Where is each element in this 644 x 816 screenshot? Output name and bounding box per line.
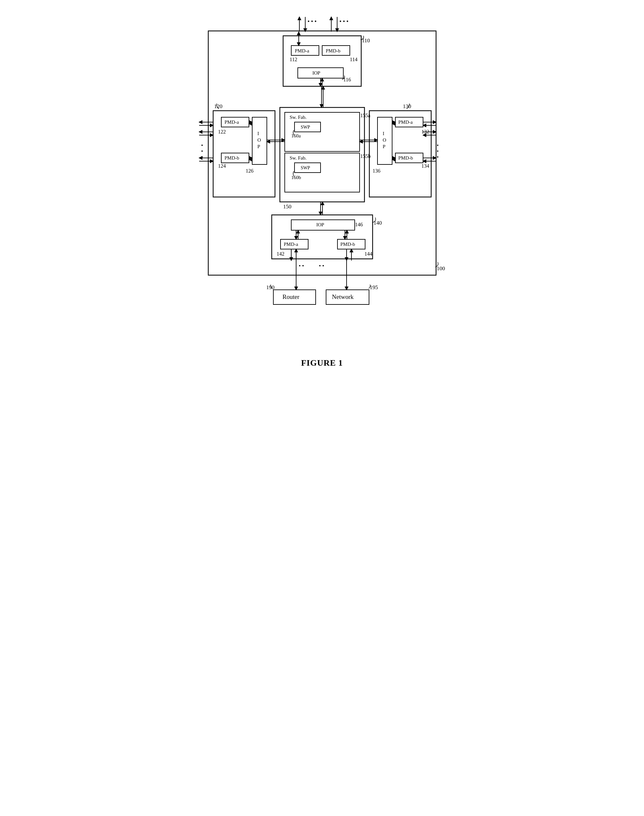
- main-diagram-svg: 100 110 PMD-a 112 PMD-b 114 IOP 116 • • …: [195, 13, 449, 332]
- swp-b-label: SWP: [301, 165, 310, 170]
- label-155a: 155a: [360, 113, 370, 118]
- right-dots2: •: [437, 148, 439, 154]
- diagram-container: 100 110 PMD-a 112 PMD-b 114 IOP 116 • • …: [195, 13, 449, 368]
- label-126: 126: [246, 168, 253, 174]
- label-122: 122: [218, 129, 226, 134]
- label-124: 124: [218, 163, 226, 169]
- right-dots3: •: [437, 154, 439, 160]
- label-100: 100: [437, 265, 445, 272]
- top-iop-box: [298, 68, 343, 78]
- label-140: 140: [374, 220, 382, 226]
- label-112: 112: [290, 57, 297, 62]
- right-iop-o: O: [383, 137, 386, 143]
- center-module-150: [280, 108, 365, 202]
- label-144: 144: [365, 251, 372, 257]
- label-195: 195: [370, 284, 378, 290]
- swp-a-label: SWP: [301, 125, 310, 130]
- router-label: Router: [282, 294, 299, 300]
- left-module-120: [213, 111, 275, 197]
- label-160a: 160a: [291, 133, 301, 138]
- sw-fab-a-label: Sw. Fab.: [290, 115, 307, 120]
- label-134: 134: [422, 163, 429, 169]
- figure-caption: FIGURE 1: [195, 358, 449, 368]
- label-190: 190: [266, 284, 274, 290]
- label-114: 114: [350, 57, 357, 62]
- left-dots2: •: [201, 148, 203, 154]
- left-iop-o: O: [258, 137, 261, 143]
- label-146: 146: [355, 222, 363, 227]
- right-dots: •: [437, 142, 439, 149]
- right-pmd-b-label: PMD-b: [398, 155, 413, 161]
- top-iop-label: IOP: [313, 70, 320, 75]
- bot-dots-2: • •: [319, 263, 324, 269]
- left-iop-i: I: [258, 131, 259, 136]
- bottom-pmd-a-label: PMD-a: [284, 241, 298, 247]
- top-pmd-b-label: PMD-b: [326, 48, 340, 54]
- right-iop-p: P: [383, 144, 385, 149]
- label-150: 150: [283, 203, 291, 210]
- left-dots: •: [201, 142, 203, 149]
- label-160b: 160b: [291, 175, 301, 180]
- sw-fab-b-label: Sw. Fab.: [290, 155, 307, 161]
- top-dots-1: • • •: [308, 18, 317, 25]
- top-pmd-a-label: PMD-a: [295, 48, 310, 54]
- bottom-iop-label: IOP: [316, 222, 324, 227]
- label-136: 136: [373, 168, 380, 174]
- right-iop-i: I: [383, 131, 384, 136]
- bot-dots-1: • •: [299, 263, 304, 269]
- right-pmd-a-label: PMD-a: [398, 120, 413, 125]
- left-pmd-a-label: PMD-a: [225, 120, 239, 125]
- left-pmd-b-label: PMD-b: [225, 155, 239, 161]
- left-dots3: •: [201, 154, 203, 160]
- left-iop-p: P: [258, 144, 260, 149]
- bottom-pmd-b-label: PMD-b: [340, 241, 355, 247]
- label-142: 142: [277, 251, 284, 257]
- top-dots-2: • • •: [339, 18, 348, 25]
- network-label: Network: [332, 294, 354, 300]
